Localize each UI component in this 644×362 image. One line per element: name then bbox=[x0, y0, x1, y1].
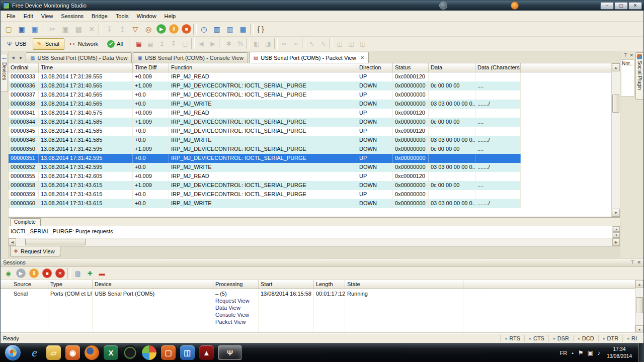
tab-data-view[interactable]: ▦ USB Serial Port (COM5) - Data View bbox=[26, 52, 132, 63]
social-plugin-collapsed-tab[interactable]: Social Plugin bbox=[635, 52, 643, 100]
column-header[interactable]: Data bbox=[429, 63, 475, 72]
scroll-up-icon[interactable]: ▲ bbox=[612, 63, 620, 71]
scroll-thumb[interactable] bbox=[636, 297, 643, 313]
save-icon[interactable]: ▣ bbox=[16, 23, 28, 35]
tray-volume-icon[interactable]: ♪ bbox=[597, 349, 600, 356]
column-header[interactable]: State bbox=[345, 280, 463, 289]
packet-list-icon[interactable]: ▦ bbox=[133, 39, 144, 49]
horizontal-scrollbar[interactable]: ◀ ▶ bbox=[9, 238, 620, 246]
stop-session-icon[interactable]: ■ bbox=[42, 268, 52, 278]
column-header[interactable]: Processing bbox=[213, 280, 259, 289]
packet-row[interactable]: 00000333 13.08.2014 17:31:39.555 +0.009 … bbox=[9, 72, 611, 81]
delete-icon[interactable]: ✕ bbox=[86, 23, 98, 35]
scroll-track[interactable] bbox=[635, 288, 643, 325]
details-icon[interactable]: ▢ bbox=[180, 39, 190, 49]
column-header[interactable]: Ordinal bbox=[9, 63, 39, 72]
detail-scrollbar[interactable]: ▲ ▼ bbox=[612, 226, 620, 238]
copy-icon[interactable]: ▣ bbox=[59, 23, 71, 35]
tray-action-center-icon[interactable]: ⚑ bbox=[578, 349, 584, 356]
column-header[interactable]: Start bbox=[259, 280, 314, 289]
braces-icon[interactable]: { } bbox=[255, 23, 267, 35]
taskbar-explorer[interactable]: ▱ bbox=[46, 345, 61, 360]
graph-icon[interactable]: ∿ bbox=[306, 39, 317, 49]
tab-packet-view[interactable]: ▤ USB Serial Port (COM5) - Packet View ✕ bbox=[249, 52, 369, 63]
sessions-close-icon[interactable]: ✕ bbox=[637, 260, 641, 265]
packet-row[interactable]: 00000337 13.08.2014 17:31:40.565 +0.0 IR… bbox=[9, 90, 611, 100]
split-horizontal-icon[interactable]: ◧ bbox=[251, 39, 262, 49]
menu-file[interactable]: File bbox=[3, 12, 20, 21]
hidden-icons-chevron[interactable]: ▴ bbox=[572, 351, 574, 355]
menu-window[interactable]: Window bbox=[132, 12, 160, 21]
processing-view-link[interactable]: Packet View bbox=[215, 318, 256, 325]
window-view-icon[interactable]: ▥ bbox=[211, 23, 223, 35]
start-session-icon[interactable]: ▶ bbox=[16, 268, 26, 278]
taskbar-internet-explorer[interactable]: e bbox=[27, 345, 42, 360]
export-data-icon[interactable]: ◫ bbox=[334, 39, 345, 49]
packet-row[interactable]: 00000341 13.08.2014 17:31:40.575 +0.009 … bbox=[9, 109, 611, 118]
clock[interactable]: 17:34 13/08/2014 bbox=[605, 346, 634, 359]
packet-row[interactable]: 00000359 13.08.2014 17:31:43.615 +0.0 IR… bbox=[9, 190, 611, 199]
menu-view[interactable]: View bbox=[37, 12, 57, 21]
scroll-thumb[interactable] bbox=[612, 95, 619, 113]
language-indicator[interactable]: FR bbox=[560, 350, 568, 356]
session-statistics-icon[interactable]: ▥ bbox=[72, 268, 83, 279]
taskbar-adobe-reader[interactable]: ▲ bbox=[199, 345, 214, 360]
save-all-icon[interactable]: ▣ bbox=[29, 23, 41, 35]
scroll-track[interactable] bbox=[16, 238, 612, 246]
filter-setup-icon[interactable]: ✱ bbox=[223, 39, 234, 49]
new-session-icon[interactable]: ◉ bbox=[3, 268, 14, 279]
processing-count[interactable]: – (5) bbox=[215, 291, 256, 297]
tab-scroll-right-icon[interactable]: ▶ bbox=[18, 54, 25, 62]
devices-collapsed-tab[interactable]: ⊷ Devices bbox=[1, 54, 8, 92]
packet-row[interactable]: 00000338 13.08.2014 17:31:40.565 +0.0 IR… bbox=[9, 100, 611, 109]
right-panel-close-icon[interactable]: ✕ bbox=[629, 53, 633, 58]
column-header[interactable]: Source bbox=[1, 280, 48, 289]
network-button[interactable]: ⊷ Network bbox=[65, 38, 103, 50]
column-header[interactable]: Device bbox=[93, 280, 213, 289]
next-packet-icon[interactable]: ▶ bbox=[207, 39, 218, 49]
column-header[interactable]: Time Diff bbox=[133, 63, 169, 72]
statistics2-icon[interactable]: % bbox=[235, 39, 246, 49]
taskbar-firefox[interactable] bbox=[85, 345, 99, 360]
session-row[interactable]: Serial Ports (COM et LPT) USB Serial Por… bbox=[1, 289, 635, 333]
show-desktop-button[interactable] bbox=[638, 343, 644, 362]
title-bar[interactable]: Free Device Monitoring Studio – ▢ ✕ bbox=[1, 1, 643, 11]
start-button[interactable] bbox=[5, 344, 21, 361]
start-monitoring-icon[interactable]: ▶ bbox=[156, 24, 166, 34]
sessions-vertical-scrollbar[interactable]: ▲ ▼ bbox=[635, 280, 643, 333]
right-panel-pin-icon[interactable]: ⊤ bbox=[624, 53, 628, 58]
tab-scroll-left-icon[interactable]: ◀ bbox=[10, 54, 17, 62]
filter-icon[interactable]: ▽ bbox=[129, 23, 141, 35]
prev-packet-icon[interactable]: ◀ bbox=[196, 39, 206, 49]
taskbar-photo-viewer[interactable]: ◫ bbox=[180, 345, 195, 360]
minimize-button[interactable]: – bbox=[600, 2, 614, 10]
unlink-icon[interactable]: ∞ bbox=[290, 39, 301, 49]
find-icon[interactable]: ◎ bbox=[142, 23, 154, 35]
packet-row[interactable]: 00000350 13.08.2014 17:31:42.595 +1.009 … bbox=[9, 145, 611, 154]
packet-row[interactable]: 00000352 13.08.2014 17:31:42.595 +0.0 IR… bbox=[9, 163, 611, 172]
packet-row[interactable]: 00000351 13.08.2014 17:31:42.595 +0.0 IR… bbox=[9, 154, 611, 163]
packet-row[interactable]: 00000358 13.08.2014 17:31:43.615 +1.009 … bbox=[9, 181, 611, 190]
scroll-down-icon[interactable]: ▼ bbox=[612, 209, 620, 217]
split-vertical-icon[interactable]: ◨ bbox=[263, 39, 273, 49]
graph2-icon[interactable]: ∿ bbox=[318, 39, 329, 49]
scroll-track[interactable] bbox=[612, 71, 620, 209]
packet-row[interactable]: 00000345 13.08.2014 17:31:41.585 +0.0 IR… bbox=[9, 127, 611, 136]
serial-button[interactable]: ✎ Serial bbox=[33, 38, 64, 50]
scroll-thumb[interactable] bbox=[25, 239, 86, 245]
remove-session-icon[interactable]: ▬ bbox=[97, 268, 107, 279]
select-packet-icon[interactable]: ▤ bbox=[145, 39, 155, 49]
import-icon[interactable]: ↥ bbox=[116, 23, 128, 35]
column-header[interactable]: Status bbox=[393, 63, 429, 72]
taskbar-office-app[interactable]: ▢ bbox=[161, 345, 176, 360]
menu-tools[interactable]: Tools bbox=[112, 12, 133, 21]
cut-icon[interactable]: ✂ bbox=[46, 23, 58, 35]
scroll-up-icon[interactable]: ▲ bbox=[635, 280, 643, 288]
packet-row[interactable]: 00000336 13.08.2014 17:31:40.565 +1.009 … bbox=[9, 81, 611, 90]
tab-request-view[interactable]: ❖ Request View bbox=[10, 246, 60, 256]
scroll-right-icon[interactable]: ▶ bbox=[612, 238, 620, 246]
paste-icon[interactable]: ▤ bbox=[72, 23, 85, 35]
menu-edit[interactable]: Edit bbox=[20, 12, 37, 21]
tab-close-icon[interactable]: ✕ bbox=[361, 55, 365, 60]
pause-session-icon[interactable]: Ⅱ bbox=[29, 268, 39, 278]
